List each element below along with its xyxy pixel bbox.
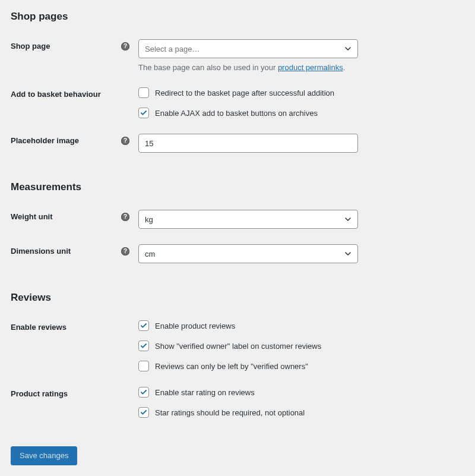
help-icon[interactable]: ? (121, 213, 129, 221)
dimensions-unit-select[interactable]: cm (138, 244, 358, 263)
star-required-checkbox[interactable] (138, 407, 149, 418)
help-icon[interactable]: ? (121, 247, 129, 256)
dimensions-unit-value: cm (145, 250, 155, 259)
dimensions-unit-label: Dimensions unit (11, 247, 71, 256)
shop-page-select-value: Select a page… (145, 45, 200, 53)
section-heading-reviews: Reviews (11, 292, 464, 304)
ajax-checkbox-label: Enable AJAX add to basket buttons on arc… (155, 109, 318, 118)
section-heading-measurements: Measurements (11, 181, 464, 193)
chevron-down-icon (344, 45, 352, 52)
section-heading-shop-pages: Shop pages (11, 11, 464, 23)
placeholder-image-input[interactable] (138, 134, 358, 153)
verified-only-checkbox-label: Reviews can only be left by "verified ow… (155, 362, 308, 371)
verified-label-checkbox[interactable] (138, 341, 149, 351)
ajax-checkbox[interactable] (138, 108, 149, 118)
verified-label-checkbox-label: Show "verified owner" label on customer … (155, 342, 321, 351)
enable-reviews-checkbox-label: Enable product reviews (155, 321, 235, 330)
placeholder-image-label: Placeholder image (11, 136, 79, 145)
add-to-basket-label: Add to basket behaviour (11, 90, 101, 99)
shop-page-description: The base page can also be used in your p… (138, 63, 464, 72)
shop-page-label: Shop page (11, 42, 50, 51)
product-permalinks-link[interactable]: product permalinks (278, 63, 343, 72)
chevron-down-icon (344, 250, 352, 257)
enable-reviews-checkbox[interactable] (138, 320, 149, 331)
weight-unit-value: kg (145, 215, 153, 224)
redirect-checkbox[interactable] (138, 87, 149, 98)
verified-only-checkbox[interactable] (138, 361, 149, 371)
shop-page-select[interactable]: Select a page… (138, 39, 358, 58)
star-required-checkbox-label: Star ratings should be required, not opt… (155, 408, 305, 417)
help-icon[interactable]: ? (121, 137, 129, 145)
weight-unit-label: Weight unit (11, 212, 53, 221)
help-icon[interactable]: ? (121, 42, 129, 51)
product-ratings-label: Product ratings (11, 389, 68, 398)
save-changes-button[interactable]: Save changes (11, 446, 77, 465)
enable-star-checkbox-label: Enable star rating on reviews (155, 388, 255, 397)
weight-unit-select[interactable]: kg (138, 210, 358, 229)
enable-star-checkbox[interactable] (138, 387, 149, 398)
enable-reviews-label: Enable reviews (11, 323, 66, 332)
redirect-checkbox-label: Redirect to the basket page after succes… (155, 89, 334, 97)
chevron-down-icon (344, 216, 352, 223)
